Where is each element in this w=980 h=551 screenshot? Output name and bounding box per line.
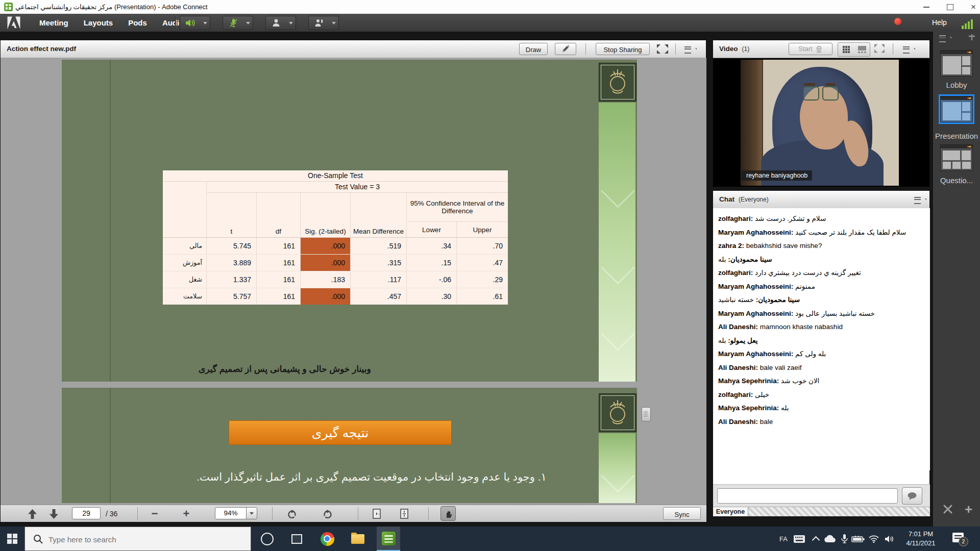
hand-tool-button[interactable] — [440, 506, 456, 521]
pdf-toolbar: / 36 − + 94% Sync — [1, 505, 707, 522]
row-label: سلامت — [163, 288, 207, 305]
menu-item[interactable]: Pods — [128, 18, 147, 27]
chat-message: Maryam Aghahosseini: ممنونم — [718, 282, 930, 291]
chat-input[interactable] — [717, 488, 898, 504]
chat-message: zahra 2: bebakhshid save mishe? — [718, 241, 930, 250]
chat-message: zolfaghari: خیلی — [718, 390, 930, 399]
wifi-icon[interactable] — [866, 527, 882, 551]
speaker-options-caret[interactable] — [200, 16, 210, 30]
search-input[interactable] — [47, 531, 243, 547]
chat-message-list[interactable]: zolfaghari: سلام و تشكر. درست شد Maryam … — [713, 208, 930, 470]
file-explorer-icon[interactable] — [346, 527, 370, 551]
start-webcam-button[interactable]: Start — [789, 43, 832, 55]
volume-icon[interactable] — [881, 527, 897, 551]
layout-thumbnail[interactable] — [940, 144, 973, 171]
video-view-toggle[interactable] — [838, 42, 870, 57]
maximize-button[interactable] — [947, 4, 953, 10]
pin-panel-icon[interactable] — [969, 34, 975, 40]
zoom-level-value[interactable]: 94% — [215, 507, 247, 519]
send-message-button[interactable] — [902, 487, 922, 505]
document-scrollbar[interactable] — [642, 407, 651, 421]
taskbar-search[interactable] — [24, 527, 251, 551]
filmstrip-view-icon[interactable] — [854, 43, 870, 56]
page-number-input[interactable] — [72, 507, 101, 519]
chat-text: بله ولی كم — [795, 350, 826, 358]
pointer-tool-button[interactable] — [555, 43, 576, 55]
rotate-left-button[interactable] — [284, 508, 300, 520]
chat-message: Maryam Aghahosseini: بله ولی كم — [718, 349, 930, 358]
chat-sender: zolfaghari: — [718, 269, 753, 277]
status-button[interactable] — [265, 16, 287, 30]
fit-width-button[interactable] — [369, 508, 384, 520]
col-header-sig: Sig. (2-tailed) — [301, 193, 351, 237]
previous-page-button[interactable] — [25, 508, 39, 520]
menu-item[interactable]: Layouts — [84, 18, 113, 27]
shared-document-title: Action effect new.pdf — [7, 40, 76, 58]
minimize-button[interactable] — [923, 7, 929, 8]
menu-item[interactable]: Meeting — [39, 18, 68, 27]
pod-gap — [706, 32, 713, 527]
fit-page-button[interactable] — [397, 508, 412, 520]
layout-thumbnail[interactable] — [940, 96, 973, 122]
col-header-df: df — [257, 193, 301, 237]
start-button[interactable] — [7, 534, 17, 544]
chat-sender: zahra 2: — [718, 242, 744, 249]
conclusion-text: ۱. وجود یا عدم وجود انتخاب در موقعیت تصم… — [169, 471, 574, 483]
sync-button[interactable]: Sync — [663, 507, 701, 520]
pod-gap — [930, 32, 933, 527]
rotate-right-button[interactable] — [320, 508, 335, 520]
battery-icon[interactable] — [849, 527, 867, 551]
taskbar-clock[interactable]: 7:01 PM 4/11/2021 — [896, 530, 945, 548]
help-menu[interactable]: Help — [932, 14, 947, 32]
connection-status-icon[interactable] — [962, 18, 977, 29]
next-page-button[interactable] — [46, 508, 61, 520]
language-indicator[interactable]: FA — [776, 527, 791, 551]
grid-view-icon[interactable] — [838, 43, 854, 56]
chat-sender: Ali Daneshi: — [718, 364, 758, 371]
document-view[interactable]: One-Sample Test Test Value = 3 t df Sig.… — [1, 58, 707, 505]
microphone-options-caret[interactable] — [243, 16, 253, 30]
layout-panel: Lobby Presentation Questio... — [933, 32, 980, 527]
layout-thumbnail[interactable] — [940, 50, 973, 77]
chat-sender: سینا محمودیان: — [756, 296, 800, 304]
layout-panel-menu-icon[interactable] — [939, 35, 951, 41]
microphone-button[interactable] — [223, 16, 244, 30]
raise-hand-options-caret[interactable] — [329, 16, 339, 30]
add-pod-icon[interactable]: + — [965, 504, 972, 514]
share-pod-menu-icon[interactable] — [684, 46, 697, 53]
raise-hand-button[interactable] — [308, 16, 330, 30]
slide-30: نتیجه گیری ۱. وجود یا عدم وجود انتخاب در… — [62, 388, 637, 503]
zoom-out-button[interactable]: − — [148, 508, 162, 520]
stop-sharing-button[interactable]: Stop Sharing — [596, 43, 650, 55]
status-options-caret[interactable] — [286, 16, 296, 30]
task-view-button[interactable] — [285, 527, 308, 551]
close-button[interactable]: × — [971, 0, 976, 14]
zoom-dropdown-caret[interactable] — [246, 507, 257, 519]
cortana-button[interactable] — [255, 527, 279, 551]
action-center-icon[interactable]: 2 — [952, 533, 965, 543]
video-pod-menu-icon[interactable] — [903, 46, 915, 53]
chrome-icon[interactable] — [315, 527, 339, 551]
video-fullscreen-icon[interactable] — [873, 43, 886, 56]
chat-pod-menu-icon[interactable] — [914, 196, 926, 203]
adobe-logo-icon[interactable] — [6, 15, 21, 31]
table-row: مالی 5.745 161 .000 .519 .34 .70 — [163, 238, 508, 255]
draw-button[interactable]: Draw — [519, 43, 548, 55]
chat-text: bale — [760, 418, 773, 425]
row-label: آموزش — [163, 255, 207, 271]
speaker-button[interactable] — [180, 16, 201, 30]
clock-date: 4/11/2021 — [896, 539, 945, 548]
onedrive-icon[interactable] — [821, 527, 838, 551]
touch-keyboard-icon[interactable] — [791, 527, 807, 551]
sig-cell: .183 — [301, 271, 351, 288]
university-logo — [599, 63, 636, 102]
fullscreen-icon[interactable] — [656, 43, 669, 55]
chat-message: Mahya Sepehrinia: الان خوب شد — [718, 377, 930, 385]
tools-icon[interactable] — [942, 504, 953, 515]
chat-sender: zolfaghari: — [718, 215, 753, 222]
share-pod-header: Action effect new.pdf Draw Stop Sharing — [1, 40, 706, 58]
tab-everyone[interactable]: Everyone — [713, 507, 748, 516]
conclusion-banner: نتیجه گیری — [229, 420, 452, 445]
zoom-in-button[interactable]: + — [179, 508, 193, 520]
adobe-connect-taskbar-icon[interactable] — [377, 527, 400, 551]
